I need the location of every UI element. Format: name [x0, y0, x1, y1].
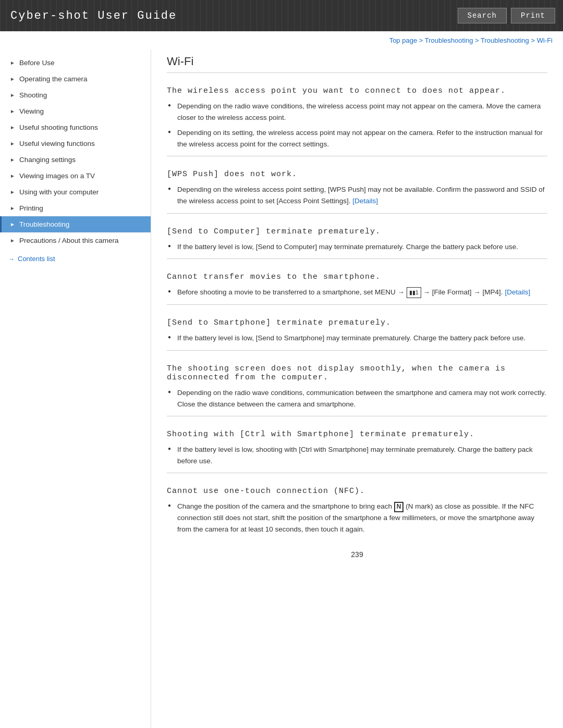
bullet-list-7: If the battery level is low, shooting wi…	[167, 444, 547, 466]
page-number: 239	[167, 550, 547, 559]
sidebar-item-label: Shooting	[19, 91, 47, 99]
app-title: Cyber-shot User Guide	[0, 0, 450, 31]
arrow-icon: ►	[10, 238, 15, 243]
sidebar-item-precautions[interactable]: ► Precautions / About this camera	[0, 232, 151, 249]
bullet-item: Depending on the radio wave conditions, …	[167, 101, 547, 123]
header-buttons: Search Print	[450, 0, 563, 31]
section-header-6: The shooting screen does not display smo…	[167, 359, 547, 382]
bullet-item: If the battery level is low, [Send to Sm…	[167, 332, 547, 344]
arrow-icon: ►	[10, 60, 15, 66]
breadcrumb-sep-2: >	[475, 36, 481, 44]
breadcrumb-wifi[interactable]: Wi-Fi	[537, 36, 553, 44]
section-header-2: [WPS Push] does not work.	[167, 165, 547, 179]
divider	[167, 213, 547, 214]
section-header-1: The wireless access point you want to co…	[167, 81, 547, 95]
section-wireless-ap: The wireless access point you want to co…	[167, 81, 547, 150]
sidebar-item-label: Changing settings	[19, 156, 76, 164]
bullet-list-1: Depending on the radio wave conditions, …	[167, 101, 547, 150]
nfc-icon: N	[394, 502, 404, 512]
sidebar-item-shooting[interactable]: ► Shooting	[0, 87, 151, 103]
sidebar-item-label: Before Use	[19, 59, 55, 67]
film-icon: ▮▮1	[407, 287, 421, 299]
section-header-5: [Send to Smartphone] terminate premature…	[167, 313, 547, 327]
divider	[167, 350, 547, 351]
arrow-icon: ►	[10, 221, 15, 227]
sidebar-item-label: Using with your computer	[19, 188, 99, 196]
section-header-4: Cannot transfer movies to the smartphone…	[167, 267, 547, 281]
main-content: Wi-Fi The wireless access point you want…	[151, 50, 563, 728]
divider	[167, 304, 547, 305]
sidebar-item-viewing-tv[interactable]: ► Viewing images on a TV	[0, 168, 151, 184]
section-header-8: Cannot use one-touch connection (NFC).	[167, 482, 547, 496]
breadcrumb-sep-3: >	[531, 36, 536, 44]
breadcrumb-troubleshooting-1[interactable]: Troubleshooting	[425, 36, 473, 44]
arrow-icon: ►	[10, 141, 15, 146]
bullet-list-6: Depending on the radio wave conditions, …	[167, 387, 547, 410]
sidebar-item-operating[interactable]: ► Operating the camera	[0, 71, 151, 87]
bullet-item: If the battery level is low, shooting wi…	[167, 444, 547, 466]
sidebar-item-printing[interactable]: ► Printing	[0, 200, 151, 216]
bullet-list-5: If the battery level is low, [Send to Sm…	[167, 332, 547, 344]
bullet-list-8: Change the position of the camera and th…	[167, 501, 547, 535]
sidebar-item-using-computer[interactable]: ► Using with your computer	[0, 184, 151, 200]
arrow-icon: ►	[10, 125, 15, 130]
arrow-icon: ►	[10, 173, 15, 179]
sidebar-item-label: Viewing	[19, 107, 44, 115]
section-header-7: Shooting with [Ctrl with Smartphone] ter…	[167, 425, 547, 439]
sidebar-item-viewing[interactable]: ► Viewing	[0, 103, 151, 119]
breadcrumb-sep-1: >	[419, 36, 425, 44]
bullet-list-4: Before shooting a movie to be transferre…	[167, 287, 547, 298]
arrow-icon: ►	[10, 108, 15, 114]
sidebar-item-label: Operating the camera	[19, 75, 88, 83]
sidebar-item-changing-settings[interactable]: ► Changing settings	[0, 152, 151, 168]
bullet-item: Before shooting a movie to be transferre…	[167, 287, 547, 298]
arrow-right-icon: →	[8, 255, 15, 263]
section-transfer-movies: Cannot transfer movies to the smartphone…	[167, 267, 547, 298]
contents-list-label: Contents list	[18, 255, 55, 263]
divider	[167, 258, 547, 259]
arrow-icon: ►	[10, 92, 15, 98]
details-link[interactable]: [Details]	[352, 197, 378, 205]
sidebar-item-label: Viewing images on a TV	[19, 172, 95, 180]
divider	[167, 416, 547, 416]
breadcrumb-top[interactable]: Top page	[389, 36, 418, 44]
header: Cyber-shot User Guide Search Print	[0, 0, 563, 31]
sidebar-item-useful-shooting[interactable]: ► Useful shooting functions	[0, 119, 151, 135]
sidebar-item-label: Troubleshooting	[19, 220, 69, 228]
print-button[interactable]: Print	[511, 8, 555, 23]
arrow-icon: ►	[10, 76, 15, 82]
bullet-list-2: Depending on the wireless access point s…	[167, 184, 547, 206]
section-send-computer: [Send to Computer] terminate prematurely…	[167, 222, 547, 253]
sidebar-item-useful-viewing[interactable]: ► Useful viewing functions	[0, 135, 151, 152]
section-nfc: Cannot use one-touch connection (NFC). C…	[167, 482, 547, 535]
sidebar: ► Before Use ► Operating the camera ► Sh…	[0, 50, 151, 728]
section-header-3: [Send to Computer] terminate prematurely…	[167, 222, 547, 236]
sidebar-item-label: Precautions / About this camera	[19, 237, 119, 244]
bullet-item: Depending on its setting, the wireless a…	[167, 127, 547, 150]
page-layout: ► Before Use ► Operating the camera ► Sh…	[0, 50, 563, 728]
section-ctrl-smartphone: Shooting with [Ctrl with Smartphone] ter…	[167, 425, 547, 466]
sidebar-item-label: Useful shooting functions	[19, 124, 98, 131]
sidebar-item-label: Useful viewing functions	[19, 140, 95, 147]
section-shooting-screen: The shooting screen does not display smo…	[167, 359, 547, 410]
bullet-item: Depending on the wireless access point s…	[167, 184, 547, 206]
bullet-list-3: If the battery level is low, [Send to Co…	[167, 241, 547, 253]
details-link[interactable]: [Details]	[505, 288, 530, 296]
bullet-item: If the battery level is low, [Send to Co…	[167, 241, 547, 253]
section-send-smartphone: [Send to Smartphone] terminate premature…	[167, 313, 547, 344]
arrow-icon: ►	[10, 205, 15, 211]
search-button[interactable]: Search	[458, 8, 507, 23]
contents-list-link[interactable]: → Contents list	[0, 249, 151, 267]
section-wps-push: [WPS Push] does not work. Depending on t…	[167, 165, 547, 206]
divider	[167, 156, 547, 156]
bullet-item: Change the position of the camera and th…	[167, 501, 547, 535]
page-title: Wi-Fi	[167, 55, 547, 73]
breadcrumb: Top page > Troubleshooting > Troubleshoo…	[0, 31, 563, 50]
arrow-icon: ►	[10, 157, 15, 163]
sidebar-item-before-use[interactable]: ► Before Use	[0, 55, 151, 71]
breadcrumb-troubleshooting-2[interactable]: Troubleshooting	[481, 36, 529, 44]
sidebar-item-troubleshooting[interactable]: ► Troubleshooting	[0, 216, 151, 232]
divider	[167, 473, 547, 473]
bullet-item: Depending on the radio wave conditions, …	[167, 387, 547, 410]
arrow-icon: ►	[10, 189, 15, 195]
